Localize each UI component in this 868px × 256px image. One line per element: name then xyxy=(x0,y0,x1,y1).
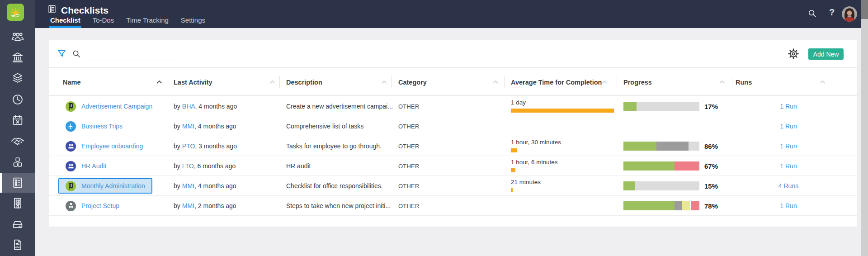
user-link[interactable]: MMI xyxy=(182,123,194,130)
user-link[interactable]: BHA xyxy=(182,103,195,110)
activity-prefix: by xyxy=(174,123,180,130)
sidebar-item-storage[interactable] xyxy=(0,214,35,234)
sidebar-item-checklists[interactable] xyxy=(0,173,35,193)
column-header-description[interactable]: Description xyxy=(286,68,322,96)
progress-segment-green xyxy=(623,181,635,190)
progress-bar xyxy=(623,102,699,111)
checklist-name-cell[interactable]: Monthly Administration xyxy=(58,178,152,194)
description-cell: HR audit xyxy=(286,156,311,176)
runs-link[interactable]: 1 Run xyxy=(780,162,797,170)
sort-caret[interactable] xyxy=(820,80,826,84)
table-row[interactable]: Project SetupbyMMI, 2 months agoSteps to… xyxy=(49,196,857,216)
column-divider xyxy=(732,76,732,88)
checklist-icon xyxy=(11,176,24,189)
column-header-category[interactable]: Category xyxy=(398,68,427,96)
gear-icon[interactable] xyxy=(788,48,799,62)
checklist-name-link[interactable]: Monthly Administration xyxy=(81,182,145,190)
table-row[interactable]: Business TripsbyMMI, 4 months agoCompreh… xyxy=(49,116,857,136)
checklist-name-cell[interactable]: Advertisement Campaign xyxy=(66,96,152,116)
handshake-icon xyxy=(11,134,24,148)
activity-time: , 6 months ago xyxy=(194,162,236,170)
sort-caret[interactable] xyxy=(719,80,725,84)
sidebar-item-layers[interactable] xyxy=(0,68,35,88)
user-avatar[interactable] xyxy=(842,6,857,22)
category-cell: OTHER xyxy=(398,96,420,116)
sort-caret[interactable] xyxy=(269,80,275,84)
column-divider xyxy=(167,76,167,88)
sort-caret[interactable] xyxy=(493,80,499,84)
user-link[interactable]: LTO xyxy=(182,162,194,170)
sort-caret[interactable] xyxy=(381,80,387,84)
runs-link[interactable]: 1 Run xyxy=(780,103,797,110)
runs-link[interactable]: 1 Run xyxy=(780,123,797,130)
tab-to-dos[interactable]: To-Dos xyxy=(93,16,114,28)
table-row[interactable]: Monthly AdministrationbyMMI, 4 months ag… xyxy=(49,176,857,196)
table-row[interactable]: Employee onboardingbyPTO, 3 months agoTa… xyxy=(49,136,857,156)
checklist-name-link[interactable]: Business Trips xyxy=(81,123,123,130)
checklist-name-cell[interactable]: HR Audit xyxy=(66,156,106,176)
user-link[interactable]: MMI xyxy=(182,202,194,209)
checklist-name-link[interactable]: HR Audit xyxy=(81,162,106,170)
add-new-button[interactable]: Add New xyxy=(808,48,844,60)
description-cell: Create a new advertisement campai... xyxy=(286,96,393,116)
column-header-progress[interactable]: Progress xyxy=(623,68,652,96)
checklist-name-cell[interactable]: Business Trips xyxy=(66,116,123,136)
search-icon[interactable] xyxy=(807,9,817,20)
progress-bar xyxy=(623,181,699,190)
table-row[interactable]: HR AuditbyLTO, 6 months agoHR auditOTHER… xyxy=(49,156,857,176)
tab-time-tracking[interactable]: Time Tracking xyxy=(126,16,169,28)
sidebar xyxy=(0,0,35,256)
help-icon[interactable]: ? xyxy=(829,7,835,18)
checklist-name-link[interactable]: Project Setup xyxy=(81,202,119,209)
column-header-activity[interactable]: Last Activity xyxy=(174,68,212,96)
table-search-icon[interactable] xyxy=(72,49,81,60)
sidebar-item-calendar[interactable] xyxy=(0,110,35,130)
checklist-name-cell[interactable]: Project Setup xyxy=(66,196,119,216)
description-cell: Tasks for employee to go through. xyxy=(286,136,382,156)
scrollbar-thumb[interactable] xyxy=(861,0,868,19)
sidebar-item-partners[interactable] xyxy=(0,131,35,151)
checklist-name-cell[interactable]: Employee onboarding xyxy=(66,136,143,156)
activity-prefix: by xyxy=(174,202,180,209)
activity-time: , 3 months ago xyxy=(195,142,237,150)
table-row[interactable]: Advertisement CampaignbyBHA, 4 months ag… xyxy=(49,96,857,116)
runs-link[interactable]: 1 Run xyxy=(780,202,797,209)
avg-time-label: 21 minutes xyxy=(511,179,541,185)
sidebar-item-organization[interactable] xyxy=(0,47,35,67)
app-logo[interactable] xyxy=(7,4,24,21)
avg-time-label: 1 hour, 30 minutes xyxy=(511,139,561,146)
sidebar-item-contracts[interactable] xyxy=(0,235,35,255)
runs-link[interactable]: 1 Run xyxy=(780,142,797,150)
sidebar-item-company[interactable] xyxy=(0,193,35,213)
tab-settings[interactable]: Settings xyxy=(181,16,205,28)
description-cell: Steps to take when new project initi... xyxy=(286,196,391,216)
checklists-title-icon xyxy=(47,4,57,16)
runs-link[interactable]: 4 Runs xyxy=(778,182,798,190)
column-header-avg-time[interactable]: Average Time for Completion xyxy=(511,68,602,96)
column-divider xyxy=(392,76,392,88)
category-cell: OTHER xyxy=(398,196,420,216)
checklist-name-link[interactable]: Employee onboarding xyxy=(81,142,143,150)
sidebar-item-people[interactable] xyxy=(0,27,35,47)
runs-cell: 1 Run xyxy=(732,96,845,116)
progress-segment-red xyxy=(691,201,699,210)
progress-bar xyxy=(623,201,699,210)
activity-time: , 2 months ago xyxy=(194,202,236,209)
category-cell: OTHER xyxy=(398,156,420,176)
avg-time-cell: 1 day xyxy=(511,96,614,116)
user-link[interactable]: PTO xyxy=(182,142,195,150)
search-input[interactable] xyxy=(83,47,177,60)
checklist-name-link[interactable]: Advertisement Campaign xyxy=(81,103,152,110)
table-header: Name Last Activity Description Category … xyxy=(49,67,857,96)
runs-cell: 4 Runs xyxy=(732,176,845,196)
column-header-runs[interactable]: Runs xyxy=(736,68,752,96)
sidebar-item-time[interactable] xyxy=(0,90,35,109)
sort-caret[interactable] xyxy=(602,80,608,84)
sort-caret-active[interactable] xyxy=(156,80,162,84)
column-header-name[interactable]: Name xyxy=(63,68,81,96)
user-link[interactable]: MMI xyxy=(182,182,194,190)
sidebar-item-packages[interactable] xyxy=(0,152,35,172)
page-scrollbar[interactable] xyxy=(861,0,868,256)
filter-icon[interactable] xyxy=(57,49,66,60)
tab-checklist[interactable]: Checklist xyxy=(50,16,80,28)
